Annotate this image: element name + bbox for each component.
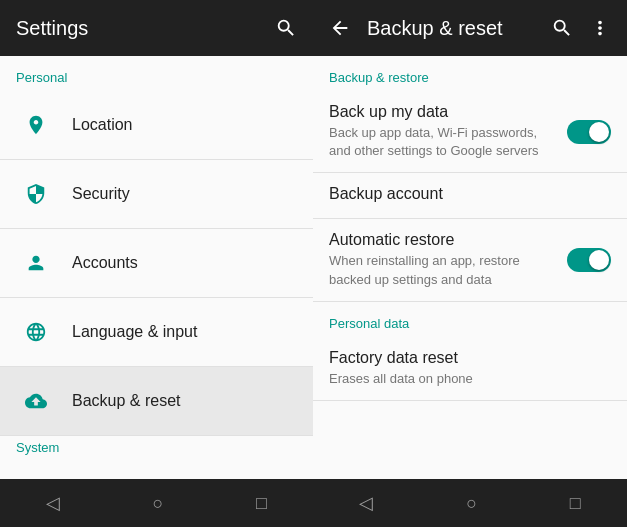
sidebar-item-accounts[interactable]: Accounts bbox=[0, 229, 313, 298]
right-header-title: Backup & reset bbox=[367, 17, 535, 40]
toggle-thumb-2 bbox=[589, 250, 609, 270]
right-back-nav-icon[interactable]: ◁ bbox=[359, 492, 373, 514]
backup-data-toggle[interactable] bbox=[567, 120, 611, 144]
auto-restore-title: Automatic restore bbox=[329, 231, 555, 249]
sidebar-item-datetime[interactable]: Date & time bbox=[0, 461, 313, 479]
sidebar-item-security[interactable]: Security bbox=[0, 160, 313, 229]
right-home-nav-icon[interactable]: ○ bbox=[466, 493, 477, 514]
left-panel: Settings Personal Location Security bbox=[0, 0, 313, 527]
sidebar-item-location[interactable]: Location bbox=[0, 91, 313, 160]
right-content: Backup & restore Back up my data Back up… bbox=[313, 56, 627, 479]
backup-account-item[interactable]: Backup account bbox=[313, 173, 627, 219]
backup-account-title: Backup account bbox=[329, 185, 611, 203]
auto-restore-text: Automatic restore When reinstalling an a… bbox=[329, 231, 555, 288]
location-label: Location bbox=[72, 116, 133, 134]
factory-reset-item[interactable]: Factory data reset Erases all data on ph… bbox=[313, 337, 627, 401]
auto-restore-toggle[interactable] bbox=[567, 248, 611, 272]
left-recent-nav-icon[interactable]: □ bbox=[256, 493, 267, 514]
personal-section-label: Personal bbox=[0, 56, 313, 91]
location-icon bbox=[16, 105, 56, 145]
datetime-icon bbox=[16, 475, 56, 479]
right-panel: Backup & reset Backup & restore Back up … bbox=[313, 0, 627, 527]
auto-restore-subtitle: When reinstalling an app, restore backed… bbox=[329, 252, 555, 288]
personal-data-section-label: Personal data bbox=[313, 302, 627, 337]
backup-data-text: Back up my data Back up app data, Wi-Fi … bbox=[329, 103, 555, 160]
factory-reset-subtitle: Erases all data on phone bbox=[329, 370, 611, 388]
left-back-nav-icon[interactable]: ◁ bbox=[46, 492, 60, 514]
left-home-nav-icon[interactable]: ○ bbox=[153, 493, 164, 514]
left-nav-bar: ◁ ○ □ bbox=[0, 479, 313, 527]
backup-icon bbox=[16, 381, 56, 421]
factory-reset-text: Factory data reset Erases all data on ph… bbox=[329, 349, 611, 388]
auto-restore-item[interactable]: Automatic restore When reinstalling an a… bbox=[313, 219, 627, 301]
language-icon bbox=[16, 312, 56, 352]
language-label: Language & input bbox=[72, 323, 197, 341]
back-icon[interactable] bbox=[329, 17, 351, 39]
search-icon-left[interactable] bbox=[275, 17, 297, 39]
backup-data-title: Back up my data bbox=[329, 103, 555, 121]
left-header-title: Settings bbox=[16, 17, 88, 40]
backup-data-item[interactable]: Back up my data Back up app data, Wi-Fi … bbox=[313, 91, 627, 173]
right-recent-nav-icon[interactable]: □ bbox=[570, 493, 581, 514]
backup-restore-section-label: Backup & restore bbox=[313, 56, 627, 91]
backup-data-subtitle: Back up app data, Wi-Fi passwords, and o… bbox=[329, 124, 555, 160]
more-icon[interactable] bbox=[589, 17, 611, 39]
sidebar-item-backup[interactable]: Backup & reset bbox=[0, 367, 313, 436]
right-header: Backup & reset bbox=[313, 0, 627, 56]
search-icon-right[interactable] bbox=[551, 17, 573, 39]
toggle-thumb bbox=[589, 122, 609, 142]
factory-reset-title: Factory data reset bbox=[329, 349, 611, 367]
accounts-label: Accounts bbox=[72, 254, 138, 272]
security-label: Security bbox=[72, 185, 130, 203]
right-nav-bar: ◁ ○ □ bbox=[313, 479, 627, 527]
left-content: Personal Location Security bbox=[0, 56, 313, 479]
backup-label: Backup & reset bbox=[72, 392, 181, 410]
security-icon bbox=[16, 174, 56, 214]
accounts-icon bbox=[16, 243, 56, 283]
system-section-label: System bbox=[0, 436, 313, 461]
sidebar-item-language[interactable]: Language & input bbox=[0, 298, 313, 367]
backup-account-text: Backup account bbox=[329, 185, 611, 206]
left-header: Settings bbox=[0, 0, 313, 56]
